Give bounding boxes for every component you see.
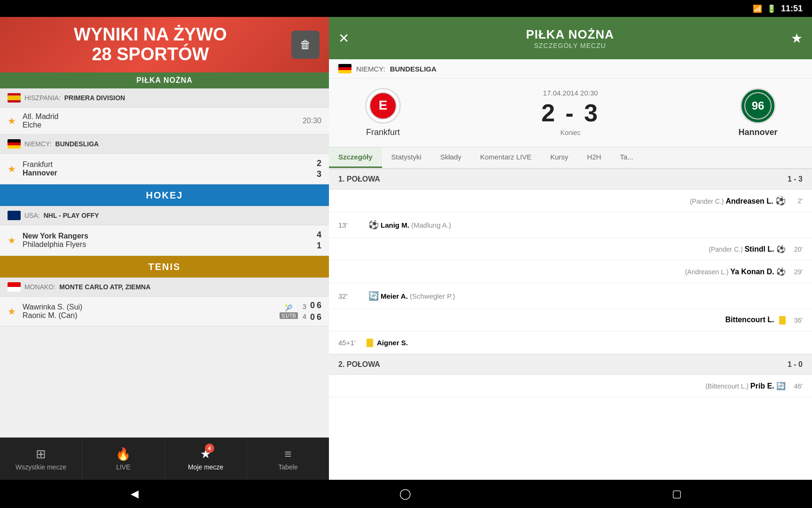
home-button[interactable]: ◯ [399,488,411,500]
tab-sklady[interactable]: Składy [431,147,471,168]
match-wawrinka-raonic[interactable]: ★ Wawrinka S. (Sui) Raonic M. (Can) 🎾 S1… [0,297,329,326]
league-header-atp: MONAKO: MONTE CARLO ATP, ZIEMNA [0,278,329,297]
goal-icon-stindl: ⚽ [776,245,786,253]
match-detail-header: NIEMCY: BUNDESLIGA E Frankfurt 17. [329,59,812,147]
battery-icon: 🔋 [767,4,776,13]
hockey-divider: HOKEJ [0,184,329,206]
back-button[interactable]: ◀ [131,488,139,500]
frankfurt-logo: E [365,88,401,124]
event-prib-text: (Bittencourt L.) Prib E. 🔄 [367,381,786,390]
tennis-set1-p1: 3 [303,302,306,310]
match-teams-rangers: New York Rangers Philadelphia Flyers [23,232,303,249]
event-andreasen-text: (Pander C.) Andreasen L. ⚽ [367,196,786,206]
tab-h2h[interactable]: H2H [578,147,610,168]
goal-icon-yakonan: ⚽ [776,268,786,276]
close-button[interactable]: ✕ [338,31,349,46]
match-score-atl: 20:30 [303,117,321,125]
event-stindl-text: (Pander C.) Stindl L. ⚽ [367,245,786,254]
match-atl-elche[interactable]: ★ Atl. Madrid Elche 20:30 [0,108,329,135]
sub-icon-meier: 🔄 [367,289,381,303]
tab-kursy[interactable]: Kursy [541,147,578,168]
favorite-button[interactable]: ★ [791,31,803,46]
tab-statystyki[interactable]: Statystyki [382,147,431,168]
event-meier-text: Meier A. (Schwegler P.) [381,292,455,300]
tennis-score1-p2: 0 [310,312,315,322]
tab-szczegoly[interactable]: Szczegóły [329,147,382,168]
wifi-icon: 📶 [753,4,762,13]
match-time-atl: 20:30 [303,117,321,125]
favorite-star-frankfurt[interactable]: ★ [8,163,16,175]
score-rangers: 4 [317,230,321,240]
goal-icon-lanig: ⚽ [367,218,381,232]
sport-subheader: PIŁKA NOŻNA [0,72,329,88]
tennis-divider: TENIS [0,256,329,278]
tables-label: Tabele [278,463,297,471]
goal-icon-andreasen: ⚽ [775,196,786,206]
favorite-star-atl[interactable]: ★ [8,115,16,127]
tab-komentarz[interactable]: Komentarz LIVE [471,147,541,168]
league-header-nhl: USA: NHL - PLAY OFFY [0,206,329,225]
events-list[interactable]: 1. POŁOWA 1 - 3 (Pander C.) Andreasen L.… [329,169,812,480]
delete-button[interactable]: 🗑 [291,31,320,59]
league-header-spain: HISZPANIA: PRIMERA DIVISION [0,88,329,108]
event-lanig-text: Lanig M. (Madlung A.) [381,221,451,229]
league-header-bundesliga: NIEMCY: BUNDESLIGA [0,135,329,154]
bundesliga-bar: NIEMCY: BUNDESLIGA [329,59,812,79]
match-teams-frankfurt: Frankfurt Hannover [23,160,303,177]
tennis-ball-active: 🎾 [285,304,292,311]
team-rangers: New York Rangers [23,232,303,240]
team-wawrinka: Wawrinka S. (Sui) [23,303,280,311]
my-matches-label: Moje mecze [188,463,223,471]
tennis-badge-col: 🎾 S1/TB [280,304,298,319]
match-date: 17.04.2014 20:30 [543,89,598,97]
favorite-star-wawrinka[interactable]: ★ [8,306,16,317]
event-bittencourt-yellow: Bittencourt L. 36' [329,309,812,332]
tables-icon: ≡ [284,447,291,461]
tennis-score1-col: 0 0 [310,301,315,322]
half2-score: 1 - 0 [788,360,803,369]
event-minute-meier: 32' [338,292,367,300]
match-frankfurt-hannover[interactable]: ★ Frankfurt Hannover 2 3 [0,154,329,184]
live-label: LIVE [116,463,130,471]
score-center: 17.04.2014 20:30 2 - 3 Koniec [541,89,600,136]
status-bar: 📶 🔋 11:51 [0,0,812,17]
tennis-score2-p1: 6 [317,301,321,310]
event-minute-aigner: 45+1' [338,339,367,347]
bundesliga-country: NIEMCY: [356,65,385,73]
right-header: ✕ PIŁKA NOŻNA SZCZEGÓŁY MECZU ★ [329,17,812,59]
favorite-star-rangers[interactable]: ★ [8,235,16,246]
android-nav-bar: ◀ ◯ ▢ [0,480,812,508]
match-teams-wawrinka: Wawrinka S. (Sui) Raonic M. (Can) [23,303,280,320]
flag-germany [8,139,21,149]
svg-text:96: 96 [752,99,765,112]
yellow-card-aigner [367,339,373,347]
recents-button[interactable]: ▢ [672,488,682,500]
match-status: Koniec [561,129,581,136]
match-rangers-flyers[interactable]: ★ New York Rangers Philadelphia Flyers 4… [0,225,329,256]
status-time: 11:51 [781,4,803,14]
match-teams-atl: Atl. Madrid Elche [23,112,303,129]
team-raonic: Raonic M. (Can) [23,311,280,320]
team-atl-madrid: Atl. Madrid [23,112,303,121]
team-section-hannover: 96 Hannover [723,88,793,137]
live-icon: 🔥 [116,447,131,461]
score-hannover: 3 [317,169,321,179]
event-bittencourt-text: Bittencourt L. [367,316,786,325]
league-name-spain: PRIMERA DIVISION [64,94,125,102]
nav-live[interactable]: 🔥 LIVE [82,438,164,480]
nav-tables[interactable]: ≡ Tabele [247,438,329,480]
right-panel: ✕ PIŁKA NOŻNA SZCZEGÓŁY MECZU ★ NIEMCY: … [329,17,812,480]
event-time-yakonan: 29' [786,268,803,276]
nav-all-matches[interactable]: ⊞ Wszystkie mecze [0,438,82,480]
event-aigner: 45+1' Aigner S. [329,332,812,354]
nav-my-matches[interactable]: ★ 4 Moje mecze [165,438,247,480]
half2-label: 2. POŁOWA [338,360,380,369]
bundesliga-league: BUNDESLIGA [390,65,437,73]
match-detail-subtitle: SZCZEGÓŁY MECZU [357,42,783,49]
sub-icon-prib: 🔄 [776,382,786,390]
country-usa: USA: [24,212,40,219]
left-scroll-area[interactable]: HISZPANIA: PRIMERA DIVISION ★ Atl. Madri… [0,88,329,437]
tennis-set1-p2: 4 [303,312,306,320]
team-elche: Elche [23,121,303,129]
tab-ta[interactable]: Ta... [610,147,642,168]
